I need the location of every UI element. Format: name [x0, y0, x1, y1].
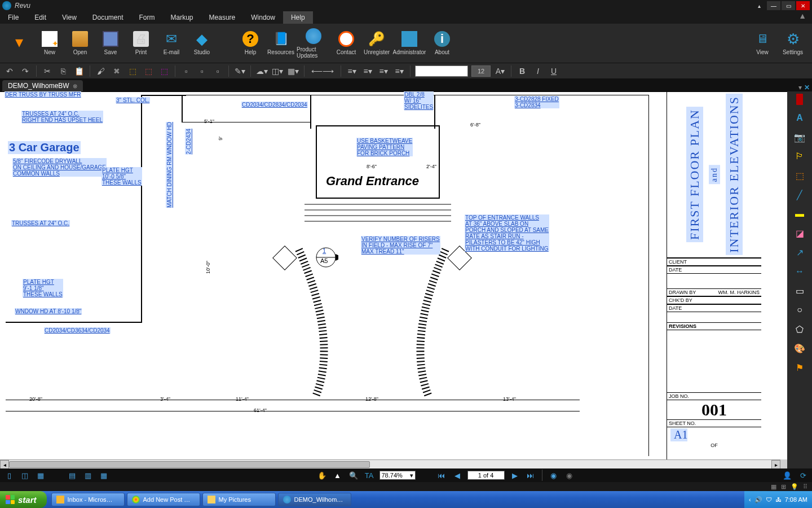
next-view-button[interactable]: ◉	[564, 470, 575, 480]
tool-dimension[interactable]: ↔	[790, 263, 809, 280]
dock-marker[interactable]	[796, 94, 803, 105]
tray-network-icon[interactable]: 🖧	[775, 496, 782, 503]
tool-rect[interactable]: ▭	[790, 282, 809, 299]
resources-button[interactable]: 📘Resources	[266, 25, 295, 62]
paste-button[interactable]: 📋	[73, 65, 85, 77]
chevron-down-icon[interactable]: ▾	[410, 472, 413, 479]
italic-button[interactable]: I	[532, 65, 544, 77]
document-canvas[interactable]: FIRST FLOOR PLAN and INTERIOR ELEVATIONS…	[0, 91, 787, 468]
align-left-button[interactable]: ≡▾	[346, 65, 358, 77]
unregister-button[interactable]: 🔑Unregister	[362, 25, 391, 62]
tool-text[interactable]: A	[790, 110, 809, 126]
shape-button[interactable]: ◫▾	[271, 65, 284, 77]
window-maximize-button[interactable]: ▭	[782, 1, 795, 10]
align-justify-button[interactable]: ≡▾	[393, 65, 405, 77]
hatch-button[interactable]: ▦▾	[287, 65, 299, 77]
layout-single-button[interactable]: ▯	[3, 470, 15, 480]
tool-camera[interactable]: 📷	[790, 129, 809, 146]
view-two-page-button[interactable]: ▦	[98, 470, 109, 480]
snap-icon[interactable]: ⊞	[781, 483, 786, 491]
new-button[interactable]: New	[35, 25, 64, 62]
tool-c-button[interactable]: ⬚	[158, 65, 170, 77]
cloud-button[interactable]: ☁▾	[255, 65, 268, 77]
start-button[interactable]: start	[0, 491, 47, 508]
scroll-thumb[interactable]	[9, 461, 370, 468]
undo-button[interactable]: ↶	[3, 65, 16, 77]
menu-document[interactable]: Document	[85, 11, 131, 24]
save-button[interactable]: Save	[96, 25, 125, 62]
taskbar-item-revu[interactable]: DEMO_Wilhom…	[278, 493, 351, 506]
next-page-button[interactable]: ▶	[509, 470, 520, 480]
tray-clock[interactable]: 7:08 AM	[785, 496, 807, 503]
tool-line[interactable]: ╱	[790, 186, 809, 203]
tool-select[interactable]: ⬚	[790, 167, 809, 184]
user-icon[interactable]: 👤	[782, 470, 793, 480]
redo-button[interactable]: ↷	[19, 65, 32, 77]
align-center-button[interactable]: ≡▾	[361, 65, 374, 77]
taskbar-item-inbox[interactable]: Inbox - Micros…	[51, 493, 125, 506]
erase-button[interactable]: ✖	[111, 65, 123, 77]
updates-button[interactable]: Product Updates	[297, 25, 330, 62]
page-tool3-button[interactable]: ▫	[211, 65, 224, 77]
tray-shield-icon[interactable]: 🛡	[766, 496, 772, 503]
settings-button[interactable]: ⚙Settings	[778, 25, 807, 62]
menu-view[interactable]: View	[54, 11, 85, 24]
email-button[interactable]: ✉E-mail	[157, 25, 186, 62]
tool-b-button[interactable]: ⬚	[142, 65, 155, 77]
pen-button[interactable]: ✎▾	[233, 65, 246, 77]
tool-polygon[interactable]: ⬠	[790, 321, 809, 338]
layout-multi-button[interactable]: ▦	[35, 470, 46, 480]
prev-page-button[interactable]: ◀	[452, 470, 463, 480]
align-right-button[interactable]: ≡▾	[377, 65, 390, 77]
chevron-down-icon[interactable]: ▾	[798, 84, 802, 91]
tool-a-button[interactable]: ⬚	[126, 65, 139, 77]
taskbar-item-addpost[interactable]: Add New Post …	[127, 493, 200, 506]
help-button[interactable]: ?Help	[236, 25, 265, 62]
zoom-level-input[interactable]: 78.74%▾	[379, 471, 416, 480]
tool-eraser[interactable]: ◪	[790, 225, 809, 242]
system-tray[interactable]: ‹ 🔊 🛡 🖧 7:08 AM	[744, 491, 812, 508]
horizontal-scrollbar[interactable]: ◂ ▸	[0, 459, 780, 468]
tab-close-icon[interactable]: ⊗	[73, 83, 77, 89]
underline-button[interactable]: U	[548, 65, 560, 77]
tool-flag[interactable]: ⚑	[790, 359, 809, 376]
layout-split-button[interactable]: ◫	[19, 470, 30, 480]
contact-button[interactable]: Contact	[332, 25, 361, 62]
font-color-button[interactable]: A▾	[494, 65, 506, 77]
tool-arrow[interactable]: ↗	[790, 244, 809, 261]
zoom-tool-button[interactable]: 🔍	[348, 470, 359, 480]
view-continuous-button[interactable]: ▥	[82, 470, 94, 480]
view-single-page-button[interactable]: ▤	[67, 470, 78, 480]
page-number-input[interactable]: 1 of 4	[467, 471, 505, 480]
scroll-left-button[interactable]: ◂	[0, 460, 9, 468]
format-painter-button[interactable]: 🖌	[95, 65, 107, 77]
bulb-icon[interactable]: 💡	[791, 483, 798, 491]
menu-edit[interactable]: Edit	[27, 11, 54, 24]
cut-button[interactable]: ✂	[41, 65, 54, 77]
view-button[interactable]: 🖥View	[748, 25, 777, 62]
menu-help[interactable]: Help	[283, 11, 313, 24]
window-minimize-button[interactable]: —	[767, 1, 780, 10]
admin-button[interactable]: Administrator	[392, 25, 426, 62]
back-button[interactable]: ▾	[5, 25, 34, 62]
font-size-select[interactable]	[471, 65, 491, 77]
menu-window[interactable]: Window	[243, 11, 283, 24]
pointer-tool-button[interactable]: ▲	[332, 470, 343, 480]
studio-button[interactable]: ◆Studio	[187, 25, 217, 62]
menu-form[interactable]: Form	[131, 11, 163, 24]
last-page-button[interactable]: ⏭	[525, 470, 536, 480]
text-select-button[interactable]: TA	[364, 470, 375, 480]
close-doc-icon[interactable]: ✕	[804, 84, 810, 91]
tool-circle[interactable]: ○	[790, 301, 809, 318]
page-tool2-button[interactable]: ▫	[196, 65, 208, 77]
copy-button[interactable]: ⎘	[57, 65, 69, 77]
bold-button[interactable]: B	[516, 65, 528, 77]
scroll-right-button[interactable]: ▸	[771, 460, 780, 468]
first-page-button[interactable]: ⏮	[436, 470, 447, 480]
print-button[interactable]: 🖨Print	[126, 25, 156, 62]
page-tool-button[interactable]: ▫	[180, 65, 192, 77]
chevron-up-icon[interactable]: ▴	[752, 1, 766, 10]
taskbar-item-pictures[interactable]: My Pictures	[202, 493, 276, 506]
font-family-select[interactable]	[415, 65, 468, 77]
tool-palette[interactable]: 🎨	[790, 340, 809, 357]
